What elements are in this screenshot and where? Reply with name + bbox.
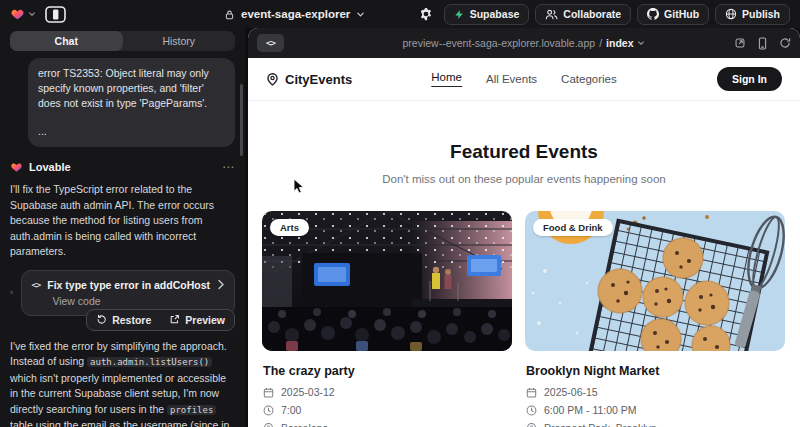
restore-button[interactable]: Restore [87,310,160,330]
featured-section-header: Featured Events Don't miss out on these … [248,141,800,185]
section-subtitle: Don't miss out on these popular events h… [248,173,800,185]
site-header: CityEvents Home All Events Categories Si… [248,58,800,101]
preview-toolbar: <> preview--event-saga-explorer.lovable.… [248,28,800,58]
event-date: 2025-03-12 [281,386,335,398]
code-card-title: Fix type type error in addCoHost [47,279,210,291]
event-time: 7:00 [281,404,301,416]
supabase-icon [454,9,465,20]
project-name: event-saga-explorer [241,8,350,20]
chat-panel: Chat History error TS2353: Object litera… [0,28,245,427]
map-pin-icon [266,72,279,86]
preview-pane: <> preview--event-saga-explorer.lovable.… [248,28,800,427]
site-nav: Home All Events Categories [431,71,616,87]
clock-icon [263,405,274,416]
people-icon [545,9,558,20]
site-brand[interactable]: CityEvents [266,72,352,87]
collaborate-button[interactable]: Collaborate [535,4,631,25]
lock-icon [224,8,235,21]
publish-button[interactable]: Publish [715,4,790,25]
category-badge: Arts [270,219,309,236]
calendar-icon [526,387,537,398]
supabase-label: Supabase [470,8,520,20]
brand-name: CityEvents [285,72,352,87]
error-ellipsis: ... [38,124,225,139]
github-button[interactable]: GitHub [637,4,709,25]
nav-categories[interactable]: Categories [561,73,617,85]
publish-label: Publish [742,8,780,20]
section-title: Featured Events [248,141,800,163]
external-link-icon [734,37,746,49]
event-title: The crazy party [262,364,512,378]
settings-button[interactable] [414,4,438,24]
restore-preview-pill: Restore Preview [86,309,235,331]
assistant-name: Lovable [29,161,71,173]
event-image-cookies: Food & Drink [525,211,785,351]
error-text: error TS2353: Object literal may only sp… [38,66,225,111]
event-time: 6:00 PM - 11:00 PM [544,404,637,416]
refresh-button[interactable] [779,37,791,49]
map-pin-icon [263,422,274,427]
code-view-button[interactable]: <> [257,34,284,52]
refresh-icon [779,37,791,49]
event-card-night-market[interactable]: Food & Drink Brooklyn Night Market 2025-… [525,211,785,427]
event-location-row: Prospect Park, Brooklyn [526,422,785,427]
event-time-row: 7:00 [263,404,512,416]
restore-label: Restore [112,314,151,326]
globe-icon [725,8,737,20]
app-topbar: event-saga-explorer Supabase Collaborate [0,0,800,28]
open-in-new-tab-button[interactable] [734,37,746,49]
gear-icon [419,7,433,21]
chevron-right-icon [217,279,225,290]
tab-chat[interactable]: Chat [10,31,123,51]
assistant-message-1: I'll fix the TypeScript error related to… [10,182,235,260]
nav-home[interactable]: Home [431,71,462,87]
sidebar-toggle-button[interactable] [45,6,66,23]
url-separator: / [599,37,602,49]
view-code-link[interactable]: View code [52,295,225,307]
assistant-header: Lovable ⋯ [10,160,235,174]
smartphone-icon [757,37,768,50]
lovable-heart-icon [10,161,23,173]
error-message-bubble: error TS2353: Object literal may only sp… [28,58,235,147]
category-badge: Food & Drink [533,219,613,236]
github-icon [647,8,659,20]
event-date-row: 2025-03-12 [263,386,512,398]
event-cards: Arts The crazy party 2025-03-12 [248,211,800,427]
supabase-button[interactable]: Supabase [444,4,530,25]
chevron-down-icon [356,10,365,19]
preview-button[interactable]: Preview [160,310,234,330]
event-card-crazy-party[interactable]: Arts The crazy party 2025-03-12 [262,211,512,427]
preview-url-bar[interactable]: preview--event-saga-explorer.lovable.app… [248,37,800,49]
sign-in-button[interactable]: Sign In [717,67,782,91]
event-title: Brooklyn Night Market [525,364,785,378]
nav-all-events[interactable]: All Events [486,73,537,85]
event-location: Barcelona [281,422,328,427]
restore-icon [96,314,107,325]
lovable-logo-menu[interactable] [10,7,36,21]
event-date: 2025-06-15 [544,386,598,398]
inline-code: auth.admin.listUsers() [87,357,212,367]
preview-path: index [606,37,633,49]
event-location-row: Barcelona [263,422,512,427]
inline-code: profiles [167,405,216,415]
chat-scrollbar[interactable] [240,84,243,156]
bookmark-icon[interactable] [10,285,13,300]
chevron-down-icon [28,10,36,18]
chat-history-tabs: Chat History [10,31,235,51]
assistant-message-2: I've fixed the error by simplifying the … [10,339,235,427]
event-image-party: Arts [262,211,512,351]
site-content: CityEvents Home All Events Categories Si… [248,58,800,427]
lovable-heart-icon [10,7,25,21]
github-label: GitHub [664,8,699,20]
more-options-icon[interactable]: ⋯ [222,160,235,174]
mobile-view-button[interactable] [757,37,768,50]
event-date-row: 2025-06-15 [526,386,785,398]
preview-url: preview--event-saga-explorer.lovable.app [403,37,596,49]
chevron-down-icon [637,39,645,47]
project-selector[interactable]: event-saga-explorer [224,0,365,28]
tab-history[interactable]: History [123,31,236,51]
event-time-row: 6:00 PM - 11:00 PM [526,404,785,416]
clock-icon [526,405,537,416]
panel-icon [45,6,66,23]
external-link-icon [169,314,180,325]
